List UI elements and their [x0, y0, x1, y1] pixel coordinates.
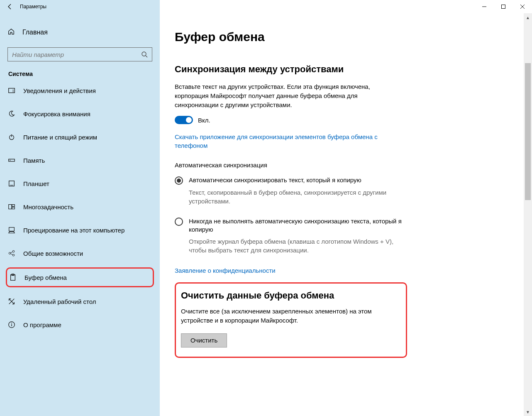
radio-never-sync-desc: Откройте журнал буфера обмена (клавиша с…: [189, 237, 396, 254]
radio-never-sync[interactable]: Никогда не выполнять автоматическую синх…: [175, 217, 407, 234]
sync-description: Вставьте текст на других устройствах. Ес…: [175, 82, 399, 109]
sidebar-item-remote[interactable]: Удаленный рабочий стол: [0, 292, 160, 311]
svg-rect-14: [9, 205, 12, 209]
close-button[interactable]: [513, 0, 532, 13]
sidebar-item-label: Уведомления и действия: [23, 87, 96, 94]
remote-icon: [7, 298, 16, 305]
tablet-icon: [7, 180, 16, 187]
svg-line-22: [10, 254, 12, 255]
search-input[interactable]: [12, 51, 141, 58]
svg-rect-16: [12, 207, 15, 209]
svg-rect-10: [9, 159, 15, 161]
scroll-up-icon[interactable]: ▲: [524, 13, 532, 22]
scroll-down-icon[interactable]: ▼: [524, 408, 532, 416]
svg-line-21: [10, 252, 12, 253]
clear-description: Очистите все (за исключением закрепленны…: [181, 307, 397, 325]
svg-line-5: [146, 56, 147, 57]
sync-heading: Синхронизация между устройствами: [175, 64, 532, 75]
scrollbar[interactable]: ▲ ▼: [524, 13, 532, 416]
sidebar-item-notifications[interactable]: Уведомления и действия: [0, 81, 160, 100]
page-title: Буфер обмена: [175, 30, 532, 44]
sync-toggle[interactable]: [175, 116, 193, 124]
projecting-icon: [7, 226, 16, 234]
home-icon: [7, 28, 15, 37]
sidebar: Главная Система Уведомления и действия Ф…: [0, 13, 160, 416]
sidebar-home[interactable]: Главная: [0, 23, 160, 42]
svg-point-18: [9, 252, 11, 254]
radio-auto-sync[interactable]: Автоматически синхронизировать текст, ко…: [175, 176, 407, 184]
maximize-button[interactable]: [494, 0, 513, 13]
notifications-icon: [7, 87, 16, 94]
info-icon: [7, 321, 16, 328]
svg-point-29: [11, 323, 12, 324]
svg-rect-6: [9, 88, 15, 93]
sidebar-item-label: Многозадачность: [23, 203, 73, 210]
sidebar-item-power[interactable]: Питание и спящий режим: [0, 128, 160, 146]
radio-label: Никогда не выполнять автоматическую синх…: [189, 217, 407, 234]
privacy-link[interactable]: Заявление о конфиденциальности: [175, 266, 407, 275]
radio-label: Автоматически синхронизировать текст, ко…: [189, 176, 361, 184]
radio-auto-sync-desc: Текст, скопированный в буфер обмена, син…: [189, 188, 396, 206]
search-box[interactable]: [7, 47, 152, 61]
sidebar-item-label: Питание и спящий режим: [23, 134, 97, 141]
svg-point-4: [142, 52, 146, 56]
clear-clipboard-section: Очистить данные буфера обмена Очистите в…: [175, 282, 407, 358]
clear-button[interactable]: Очистить: [181, 333, 227, 347]
auto-sync-heading: Автоматическая синхронизация: [175, 162, 532, 169]
moon-icon: [7, 110, 16, 117]
svg-rect-1: [502, 5, 505, 9]
svg-point-20: [12, 254, 15, 256]
share-icon: [7, 250, 16, 257]
sidebar-item-focus[interactable]: Фокусировка внимания: [0, 105, 160, 123]
sidebar-item-storage[interactable]: Память: [0, 151, 160, 169]
sidebar-item-shared[interactable]: Общие возможности: [0, 244, 160, 262]
window-title: Параметры: [20, 4, 46, 10]
scroll-thumb[interactable]: [525, 63, 531, 200]
multitask-icon: [7, 203, 16, 210]
search-icon: [141, 51, 148, 58]
sidebar-section: Система: [0, 71, 160, 81]
radio-icon: [175, 218, 183, 226]
back-button[interactable]: [0, 0, 20, 13]
sidebar-item-projecting[interactable]: Проецирование на этот компьютер: [0, 221, 160, 239]
svg-rect-13: [10, 185, 13, 186]
radio-icon: [175, 176, 183, 185]
sidebar-item-multitask[interactable]: Многозадачность: [0, 198, 160, 216]
sidebar-item-tablet[interactable]: Планшет: [0, 174, 160, 193]
content-pane: Буфер обмена Синхронизация между устройс…: [160, 13, 532, 416]
power-icon: [7, 133, 16, 141]
sync-toggle-label: Вкл.: [198, 117, 210, 124]
sidebar-item-label: Общие возможности: [23, 250, 83, 257]
sidebar-item-clipboard[interactable]: Буфер обмена: [6, 267, 154, 287]
sidebar-item-label: Фокусировка внимания: [23, 110, 90, 117]
sidebar-item-label: Планшет: [23, 180, 49, 187]
clear-heading: Очистить данные буфера обмена: [181, 290, 397, 301]
svg-point-19: [12, 250, 15, 252]
svg-rect-17: [9, 228, 15, 231]
sync-app-link[interactable]: Скачать приложение для синхронизации эле…: [175, 132, 407, 150]
sidebar-item-label: Буфер обмена: [24, 274, 67, 281]
sidebar-item-label: О программе: [23, 321, 61, 328]
sidebar-item-label: Удаленный рабочий стол: [23, 298, 96, 305]
storage-icon: [7, 157, 16, 164]
minimize-button[interactable]: [475, 0, 494, 13]
sidebar-home-label: Главная: [22, 29, 48, 36]
sidebar-item-about[interactable]: О программе: [0, 316, 160, 334]
svg-point-11: [10, 160, 11, 161]
svg-rect-15: [12, 205, 15, 207]
clipboard-icon: [9, 274, 17, 281]
sidebar-item-label: Проецирование на этот компьютер: [23, 227, 124, 234]
sidebar-item-label: Память: [23, 157, 45, 164]
